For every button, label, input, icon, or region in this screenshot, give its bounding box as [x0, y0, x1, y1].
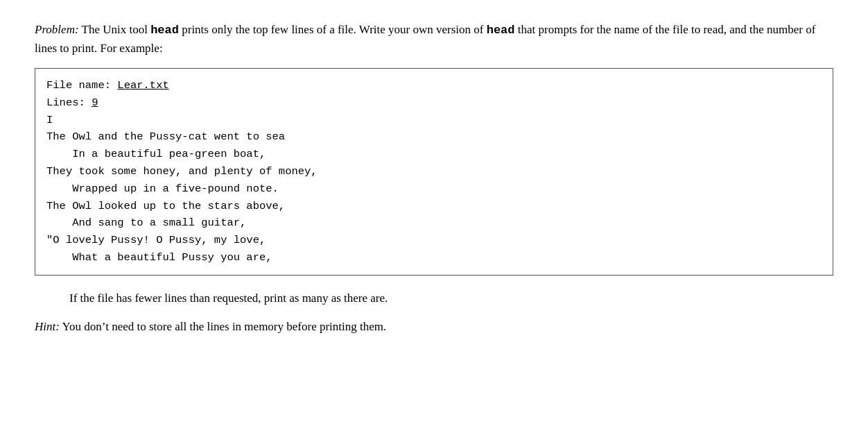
code-line-3: I: [46, 114, 53, 126]
code-lines-value: 9: [92, 96, 98, 109]
problem-text: Problem: The Unix tool head prints only …: [35, 21, 833, 57]
head-code-1: head: [150, 24, 179, 37]
hint-text: You don’t need to store all the lines in…: [60, 320, 386, 333]
code-line-4: The Owl and the Pussy-cat went to sea: [46, 130, 285, 143]
code-line-filename-label: File name:: [46, 79, 117, 92]
code-line-7: Wrapped up in a five-pound note.: [46, 183, 279, 195]
code-line-11: What a beautiful Pussy you are,: [46, 251, 272, 264]
code-line-8: The Owl looked up to the stars above,: [46, 200, 285, 212]
code-line-9: And sang to a small guitar,: [46, 217, 246, 229]
code-example-box: File name: Lear.txt Lines: 9 I The Owl a…: [35, 68, 833, 276]
code-line-lines-label: Lines:: [46, 96, 92, 109]
if-fewer-lines-text: If the file has fewer lines than request…: [69, 289, 833, 307]
problem-block: Problem: The Unix tool head prints only …: [35, 21, 833, 336]
problem-desc-1: The Unix tool: [79, 23, 151, 36]
problem-label: Problem:: [35, 23, 79, 36]
code-line-6: They took some honey, and plenty of mone…: [46, 165, 318, 178]
hint-label: Hint:: [35, 320, 60, 333]
code-filename-value: Lear.txt: [117, 79, 168, 92]
code-line-5: In a beautiful pea-green boat,: [46, 148, 266, 160]
hint-block: Hint: You don’t need to store all the li…: [35, 318, 833, 336]
code-line-10: "O lovely Pussy! O Pussy, my love,: [46, 234, 266, 246]
problem-desc-2: prints only the top few lines of a file.…: [179, 23, 487, 36]
head-code-2: head: [487, 24, 515, 37]
